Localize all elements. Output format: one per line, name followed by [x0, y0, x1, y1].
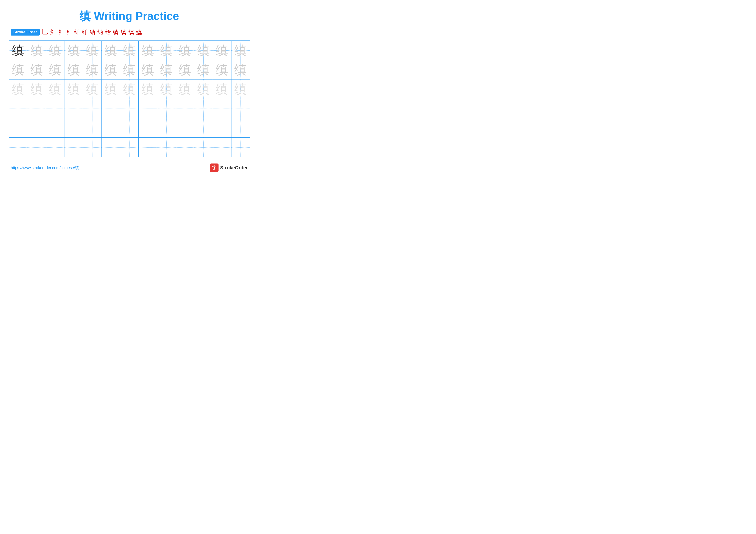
grid-cell — [65, 118, 83, 138]
stroke-step-10: 缜 — [113, 28, 119, 36]
grid-cell — [120, 118, 139, 138]
grid-cell — [157, 138, 176, 157]
grid-cell: 缜 — [157, 60, 176, 80]
footer-url[interactable]: https://www.strokeorder.com/chinese/缜 — [11, 165, 79, 170]
footer-logo-text: StrokeOrder — [220, 165, 248, 171]
grid-cell: 缜 — [9, 60, 27, 80]
stroke-step-1: 乚 — [42, 28, 48, 36]
grid-cell: 缜 — [176, 41, 194, 60]
grid-cell — [9, 138, 27, 157]
grid-cell — [231, 99, 250, 118]
grid-cell: 缜 — [83, 60, 101, 80]
grid-cell — [231, 138, 250, 157]
grid-row-1: 缜 缜 缜 缜 缜 缜 缜 缜 缜 缜 缜 缜 缜 — [9, 41, 250, 60]
grid-cell: 缜 — [83, 80, 101, 99]
stroke-step-8: 纳 — [97, 28, 103, 36]
grid-cell — [120, 138, 139, 157]
grid-cell — [213, 138, 231, 157]
stroke-order-row: Stroke Order 乚 纟 纟 纟 纤 纤 纳 纳 绐 缜 缜 缜 缜 — [9, 28, 250, 36]
grid-cell — [101, 138, 120, 157]
title-text: 缜 Writing Practice — [80, 10, 179, 22]
grid-cell — [120, 99, 139, 118]
grid-cell — [176, 138, 194, 157]
grid-cell: 缜 — [231, 60, 250, 80]
grid-cell — [139, 138, 157, 157]
grid-cell: 缜 — [176, 60, 194, 80]
grid-cell: 缜 — [120, 60, 139, 80]
grid-cell — [83, 99, 101, 118]
grid-cell: 缜 — [213, 41, 231, 60]
stroke-step-2: 纟 — [50, 28, 56, 36]
stroke-step-13: 缜 — [136, 28, 142, 36]
grid-cell — [46, 138, 65, 157]
grid-cell: 缜 — [101, 41, 120, 60]
grid-cell: 缜 — [46, 60, 65, 80]
grid-cell: 缜 — [157, 80, 176, 99]
grid-cell: 缜 — [101, 80, 120, 99]
grid-cell: 缜 — [65, 60, 83, 80]
grid-cell — [139, 99, 157, 118]
grid-row-4 — [9, 99, 250, 118]
grid-cell — [27, 138, 46, 157]
grid-cell — [83, 138, 101, 157]
grid-cell: 缜 — [231, 80, 250, 99]
grid-cell: 缜 — [65, 41, 83, 60]
practice-grid: 缜 缜 缜 缜 缜 缜 缜 缜 缜 缜 缜 缜 缜 缜 缜 缜 缜 缜 缜 缜 … — [9, 40, 250, 157]
grid-cell: 缜 — [9, 41, 27, 60]
grid-cell: 缜 — [231, 41, 250, 60]
grid-cell: 缜 — [83, 41, 101, 60]
grid-cell: 缜 — [65, 80, 83, 99]
grid-cell: 缜 — [120, 80, 139, 99]
grid-cell — [194, 138, 213, 157]
stroke-step-7: 纳 — [90, 28, 95, 36]
grid-cell: 缜 — [46, 80, 65, 99]
grid-cell — [213, 99, 231, 118]
grid-cell — [213, 118, 231, 138]
grid-cell: 缜 — [194, 41, 213, 60]
grid-cell — [176, 99, 194, 118]
grid-cell — [65, 138, 83, 157]
grid-cell: 缜 — [194, 80, 213, 99]
stroke-step-12: 缜 — [128, 28, 134, 36]
character-light: 缜 — [30, 44, 43, 57]
grid-cell: 缜 — [120, 41, 139, 60]
grid-cell: 缜 — [101, 60, 120, 80]
grid-cell: 缜 — [194, 60, 213, 80]
footer-logo: 字 StrokeOrder — [210, 164, 248, 172]
grid-cell: 缜 — [213, 80, 231, 99]
footer: https://www.strokeorder.com/chinese/缜 字 … — [9, 164, 250, 172]
grid-cell — [101, 99, 120, 118]
grid-cell — [101, 118, 120, 138]
page-title: 缜 Writing Practice — [9, 9, 250, 24]
grid-cell: 缜 — [176, 80, 194, 99]
stroke-step-4: 纟 — [67, 28, 72, 36]
grid-cell — [231, 118, 250, 138]
grid-cell: 缜 — [27, 80, 46, 99]
grid-cell: 缜 — [9, 80, 27, 99]
character-dark: 缜 — [12, 44, 24, 57]
grid-cell — [157, 99, 176, 118]
stroke-step-9: 绐 — [105, 28, 111, 36]
grid-row-3: 缜 缜 缜 缜 缜 缜 缜 缜 缜 缜 缜 缜 缜 — [9, 80, 250, 99]
grid-cell: 缜 — [139, 80, 157, 99]
grid-cell: 缜 — [139, 60, 157, 80]
stroke-step-6: 纤 — [82, 28, 88, 36]
grid-cell: 缜 — [27, 60, 46, 80]
grid-cell — [27, 118, 46, 138]
grid-cell: 缜 — [27, 41, 46, 60]
grid-cell — [46, 118, 65, 138]
grid-cell — [27, 99, 46, 118]
strokeorder-logo-icon: 字 — [210, 164, 219, 172]
grid-cell: 缜 — [46, 41, 65, 60]
grid-cell — [176, 118, 194, 138]
grid-cell — [194, 118, 213, 138]
grid-cell: 缜 — [139, 41, 157, 60]
grid-cell: 缜 — [213, 60, 231, 80]
grid-cell — [157, 118, 176, 138]
stroke-step-5: 纤 — [74, 28, 80, 36]
grid-cell — [65, 99, 83, 118]
grid-cell — [83, 118, 101, 138]
grid-cell — [194, 99, 213, 118]
stroke-step-3: 纟 — [58, 28, 64, 36]
grid-cell — [9, 118, 27, 138]
